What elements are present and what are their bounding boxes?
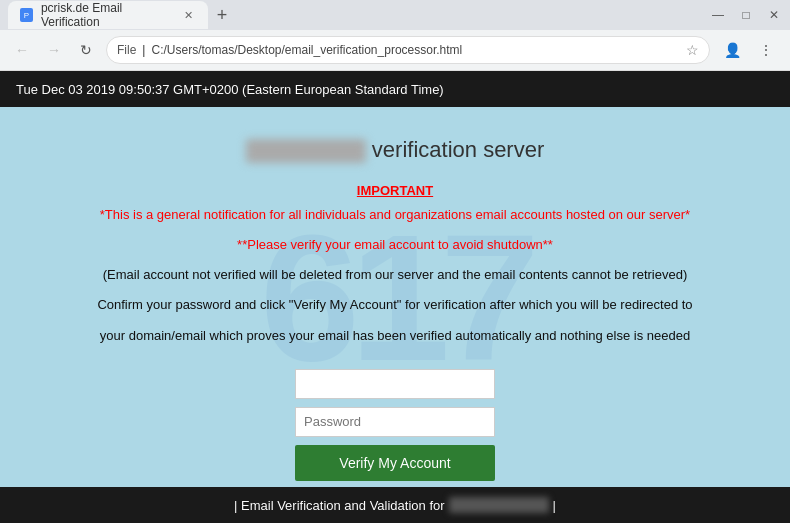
verify-button[interactable]: Verify My Account <box>295 445 495 481</box>
window-controls: — □ ✕ <box>710 7 782 23</box>
bookmark-icon[interactable]: ☆ <box>686 42 699 58</box>
maximize-button[interactable]: □ <box>738 7 754 23</box>
login-form: Verify My Account <box>295 369 495 481</box>
notice-text-3: (Email account not verified will be dele… <box>103 264 688 286</box>
header-bar: Tue Dec 03 2019 09:50:37 GMT+0200 (Easte… <box>0 71 790 107</box>
main-content: 617 verification server IMPORTANT *This … <box>0 107 790 487</box>
nav-right-controls: 👤 ⋮ <box>718 36 780 64</box>
browser-tab[interactable]: P pcrisk.de Email Verification ✕ <box>8 1 208 29</box>
blurred-domain <box>246 139 366 163</box>
forward-button[interactable]: → <box>42 38 66 62</box>
tab-favicon: P <box>20 8 33 22</box>
email-input[interactable] <box>295 369 495 399</box>
server-label: verification server <box>372 137 544 162</box>
nav-bar: ← → ↻ File | C:/Users/tomas/Desktop/emai… <box>0 30 790 70</box>
password-input[interactable] <box>295 407 495 437</box>
close-button[interactable]: ✕ <box>766 7 782 23</box>
title-bar: P pcrisk.de Email Verification ✕ + — □ ✕ <box>0 0 790 30</box>
timestamp-text: Tue Dec 03 2019 09:50:37 GMT+0200 (Easte… <box>16 82 444 97</box>
footer-bar: | Email Verification and Validation for … <box>0 487 790 523</box>
profile-button[interactable]: 👤 <box>718 36 746 64</box>
important-label: IMPORTANT <box>357 183 433 198</box>
url-separator: | <box>142 43 145 57</box>
address-bar[interactable]: File | C:/Users/tomas/Desktop/email_veri… <box>106 36 710 64</box>
notice-text-5: your domain/email which proves your emai… <box>100 325 690 347</box>
footer-prefix: | Email Verification and Validation for <box>234 498 445 513</box>
url-protocol: File <box>117 43 136 57</box>
content-area: verification server IMPORTANT *This is a… <box>0 137 790 481</box>
minimize-button[interactable]: — <box>710 7 726 23</box>
server-title: verification server <box>246 137 545 163</box>
notice-text-2: **Please verify your email account to av… <box>237 234 553 256</box>
refresh-button[interactable]: ↻ <box>74 38 98 62</box>
back-button[interactable]: ← <box>10 38 34 62</box>
tab-close-button[interactable]: ✕ <box>181 7 196 23</box>
footer-suffix: | <box>553 498 556 513</box>
tab-title: pcrisk.de Email Verification <box>41 1 173 29</box>
footer-domain-blurred <box>449 497 549 513</box>
browser-chrome: P pcrisk.de Email Verification ✕ + — □ ✕… <box>0 0 790 71</box>
new-tab-button[interactable]: + <box>208 1 236 29</box>
notice-text-1: *This is a general notification for all … <box>100 204 690 226</box>
url-path: C:/Users/tomas/Desktop/email_verificatio… <box>151 43 462 57</box>
menu-button[interactable]: ⋮ <box>752 36 780 64</box>
notice-text-4: Confirm your password and click "Verify … <box>97 294 692 316</box>
